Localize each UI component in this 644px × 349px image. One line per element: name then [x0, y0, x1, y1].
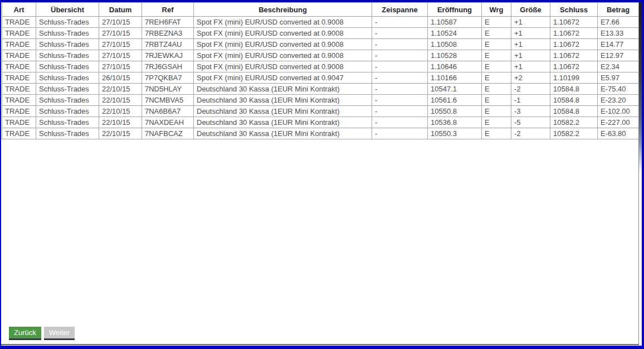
cell-zeispanne: - — [372, 117, 428, 128]
cell-wrg: E — [482, 117, 511, 128]
cell-datum: 22/10/15 — [99, 84, 142, 95]
cell-art: TRADE — [2, 72, 36, 84]
cell-ref: 7P7QKBA7 — [142, 72, 194, 84]
cell-art: TRADE — [2, 95, 36, 106]
cell-beschreibung: Spot FX (mini) EUR/USD converted at 0.90… — [194, 17, 372, 28]
cell-ref: 7NCMBVA5 — [142, 95, 194, 106]
cell-wrg: E — [482, 95, 511, 106]
cell-schluss: 10584.8 — [550, 106, 598, 117]
table-row: TRADESchluss-Trades27/10/157RBEZNA3Spot … — [2, 28, 639, 39]
cell-uebersicht: Schluss-Trades — [36, 61, 99, 72]
cell-wrg: E — [482, 106, 511, 117]
next-button[interactable]: Weiter — [44, 327, 75, 340]
cell-zeispanne: - — [372, 28, 428, 39]
cell-betrag: E13.33 — [598, 28, 639, 39]
cell-eroeffnung: 10550.3 — [428, 128, 482, 139]
cell-eroeffnung: 1.10646 — [428, 61, 482, 72]
cell-uebersicht: Schluss-Trades — [36, 72, 99, 84]
cell-datum: 26/10/15 — [99, 72, 142, 84]
cell-betrag: E-102.00 — [598, 106, 639, 117]
cell-datum: 27/10/15 — [99, 39, 142, 50]
cell-zeispanne: - — [372, 84, 428, 95]
cell-betrag: E2.34 — [598, 61, 639, 72]
cell-beschreibung: Spot FX (mini) EUR/USD converted at 0.90… — [194, 28, 372, 39]
cell-art: TRADE — [2, 117, 36, 128]
cell-beschreibung: Spot FX (mini) EUR/USD converted at 0.90… — [194, 50, 372, 61]
cell-wrg: E — [482, 17, 511, 28]
cell-betrag: E14.77 — [598, 39, 639, 50]
cell-eroeffnung: 10536.8 — [428, 117, 482, 128]
cell-art: TRADE — [2, 128, 36, 139]
cell-art: TRADE — [2, 84, 36, 95]
cell-beschreibung: Spot FX (mini) EUR/USD converted at 0.90… — [194, 72, 372, 84]
cell-groesse: +1 — [511, 39, 550, 50]
window-frame-top — [0, 0, 644, 2]
cell-ref: 7RBEZNA3 — [142, 28, 194, 39]
cell-eroeffnung: 1.10528 — [428, 50, 482, 61]
cell-groesse: -2 — [511, 128, 550, 139]
cell-beschreibung: Spot FX (mini) EUR/USD converted at 0.90… — [194, 61, 372, 72]
pagination: Zurück Weiter — [9, 327, 75, 340]
cell-schluss: 1.10199 — [550, 72, 598, 84]
cell-datum: 27/10/15 — [99, 17, 142, 28]
cell-wrg: E — [482, 39, 511, 50]
cell-wrg: E — [482, 84, 511, 95]
cell-schluss: 1.10672 — [550, 17, 598, 28]
column-header-schluss: Schluss — [550, 3, 598, 17]
cell-datum: 22/10/15 — [99, 95, 142, 106]
cell-groesse: -2 — [511, 84, 550, 95]
cell-beschreibung: Deutschland 30 Kassa (1EUR Mini Kontrakt… — [194, 128, 372, 139]
cell-eroeffnung: 10550.8 — [428, 106, 482, 117]
table-row: TRADESchluss-Trades26/10/157P7QKBA7Spot … — [2, 72, 639, 84]
cell-eroeffnung: 10547.1 — [428, 84, 482, 95]
cell-groesse: +1 — [511, 50, 550, 61]
cell-groesse: -3 — [511, 106, 550, 117]
cell-betrag: E7.66 — [598, 17, 639, 28]
column-header-uebersicht: Übersicht — [36, 3, 99, 17]
cell-betrag: E5.97 — [598, 72, 639, 84]
column-header-wrg: Wrg — [482, 3, 511, 17]
cell-schluss: 1.10672 — [550, 39, 598, 50]
cell-uebersicht: Schluss-Trades — [36, 50, 99, 61]
table-row: TRADESchluss-Trades27/10/157REH6FATSpot … — [2, 17, 639, 28]
cell-wrg: E — [482, 128, 511, 139]
cell-beschreibung: Deutschland 30 Kassa (1EUR Mini Kontrakt… — [194, 117, 372, 128]
cell-groesse: +1 — [511, 17, 550, 28]
cell-zeispanne: - — [372, 17, 428, 28]
cell-ref: 7RBTZ4AU — [142, 39, 194, 50]
cell-betrag: E-23.20 — [598, 95, 639, 106]
table-row: TRADESchluss-Trades22/10/157NCMBVA5Deuts… — [2, 95, 639, 106]
cell-betrag: E12.97 — [598, 50, 639, 61]
back-button[interactable]: Zurück — [9, 327, 41, 340]
cell-datum: 27/10/15 — [99, 28, 142, 39]
table-row: TRADESchluss-Trades22/10/157NA6B6A7Deuts… — [2, 106, 639, 117]
cell-groesse: +1 — [511, 61, 550, 72]
cell-datum: 22/10/15 — [99, 117, 142, 128]
cell-zeispanne: - — [372, 61, 428, 72]
cell-ref: 7NA6B6A7 — [142, 106, 194, 117]
cell-schluss: 10582.2 — [550, 117, 598, 128]
vertical-scrollbar[interactable] — [638, 0, 644, 349]
column-header-datum: Datum — [99, 3, 142, 17]
cell-beschreibung: Deutschland 30 Kassa (1EUR Mini Kontrakt… — [194, 84, 372, 95]
cell-datum: 27/10/15 — [99, 50, 142, 61]
cell-zeispanne: - — [372, 106, 428, 117]
column-header-groesse: Größe — [511, 3, 550, 17]
column-header-ref: Ref — [142, 3, 194, 17]
cell-art: TRADE — [2, 39, 36, 50]
cell-art: TRADE — [2, 61, 36, 72]
cell-ref: 7NAFBCAZ — [142, 128, 194, 139]
cell-schluss: 10584.8 — [550, 95, 598, 106]
table-row: TRADESchluss-Trades27/10/157RBTZ4AUSpot … — [2, 39, 639, 50]
cell-wrg: E — [482, 72, 511, 84]
cell-datum: 27/10/15 — [99, 61, 142, 72]
cell-schluss: 10582.2 — [550, 128, 598, 139]
cell-uebersicht: Schluss-Trades — [36, 84, 99, 95]
cell-uebersicht: Schluss-Trades — [36, 28, 99, 39]
cell-art: TRADE — [2, 50, 36, 61]
cell-datum: 22/10/15 — [99, 106, 142, 117]
cell-wrg: E — [482, 28, 511, 39]
cell-ref: 7NAXDEAH — [142, 117, 194, 128]
table-row: TRADESchluss-Trades22/10/157NAFBCAZDeuts… — [2, 128, 639, 139]
cell-groesse: -5 — [511, 117, 550, 128]
